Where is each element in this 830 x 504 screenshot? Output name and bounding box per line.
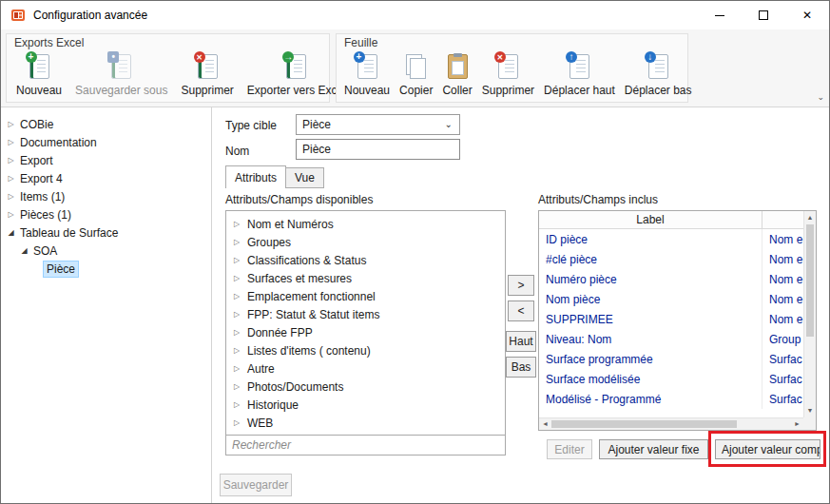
close-button[interactable]: ✕ [785,1,829,29]
column-header-category[interactable] [762,211,803,228]
maximize-button[interactable] [742,1,785,29]
horizontal-scrollbar[interactable]: ◄ ► [539,417,803,430]
scroll-right-icon[interactable]: ► [794,418,801,430]
table-row[interactable]: Surface programmée Surfac [539,349,803,369]
table-row[interactable]: SUPPRIMEE Nom e [539,309,803,329]
expander-collapsed-icon[interactable]: ▷ [234,418,247,427]
search-input[interactable] [225,435,506,456]
deplacer-haut-button[interactable]: Déplacer haut [539,51,620,100]
expander-collapsed-icon[interactable]: ▷ [5,174,17,183]
expander-collapsed-icon[interactable]: ▷ [5,156,17,165]
deplacer-bas-button[interactable]: Déplacer bas [620,51,697,100]
expander-collapsed-icon[interactable]: ▷ [234,220,247,228]
table-row[interactable]: Surface modélisée Surfac [539,369,803,389]
expander-collapsed-icon[interactable]: ▷ [5,138,17,146]
vertical-scrollbar[interactable]: ▲ ▼ [803,211,816,417]
expander-collapsed-icon[interactable]: ▷ [5,120,17,128]
feuille-copier-button[interactable]: Copier [395,51,437,100]
move-down-button[interactable]: Bas [506,357,536,378]
expander-collapsed-icon[interactable]: ▷ [234,382,247,391]
sauvegarder-button[interactable]: Sauvegarder [220,474,292,496]
available-item-listes-items[interactable]: ▷ Listes d'items ( contenu) [226,341,505,359]
expander-collapsed-icon[interactable]: ▷ [234,364,247,373]
sidebar-item-export[interactable]: ▷ Export [1,151,211,169]
toolbar-group-exports-excel: Exports Excel Nouveau Sauvegarder sous S… [6,33,330,103]
expander-collapsed-icon[interactable]: ▷ [234,238,247,246]
scroll-left-icon[interactable]: ◄ [542,418,549,430]
expander-collapsed-icon[interactable]: ▷ [234,400,247,409]
table-row[interactable]: Modélisé - Programmé Surfac [539,389,803,409]
ajouter-valeur-fixe-button[interactable]: Ajouter valeur fixe [599,439,708,459]
scrollbar-thumb[interactable] [551,420,737,428]
move-left-button[interactable]: < [508,300,534,321]
available-item-classifications[interactable]: ▷ Classifications & Status [226,251,505,269]
nom-label: Nom [225,145,249,158]
expander-expanded-icon[interactable]: ◢ [18,246,30,255]
scroll-up-icon[interactable]: ▲ [804,213,816,223]
sidebar-item-piece[interactable]: Pièce [1,260,211,278]
available-item-autre[interactable]: ▷ Autre [226,359,505,378]
tab-attributs[interactable]: Attributs [225,165,286,188]
expander-collapsed-icon[interactable]: ▷ [234,274,247,282]
tab-vue[interactable]: Vue [285,167,324,188]
move-up-icon [569,54,589,79]
delete-badge-icon [194,51,205,63]
move-right-button[interactable]: > [508,275,534,296]
paste-icon [448,54,468,79]
table-header: Label [539,211,803,229]
sidebar-item-items[interactable]: ▷ Items (1) [1,187,211,205]
expander-collapsed-icon[interactable]: ▷ [234,256,247,264]
excel-export-icon [286,54,306,79]
sheet-new-icon [357,54,377,79]
expander-collapsed-icon[interactable]: ▷ [5,192,17,201]
table-row[interactable]: Nom pièce Nom e [539,289,803,309]
available-item-donnee-fpp[interactable]: ▷ Donnée FPP [226,323,505,341]
expander-expanded-icon[interactable]: ◢ [5,228,17,237]
feuille-coller-button[interactable]: Coller [437,51,476,100]
sidebar-item-pieces[interactable]: ▷ Pièces (1) [1,205,211,223]
available-item-surfaces[interactable]: ▷ Surfaces et mesures [226,269,505,287]
sidebar-item-documentation[interactable]: ▷ Documentation [1,133,211,151]
expander-collapsed-icon[interactable]: ▷ [234,310,247,319]
editer-button[interactable]: Editer [547,439,592,459]
nom-field[interactable] [296,139,460,160]
expander-collapsed-icon[interactable]: ▷ [234,346,247,355]
table-row[interactable]: #clé pièce Nom e [539,249,803,269]
scrollbar-thumb[interactable] [806,224,814,337]
available-item-historique[interactable]: ▷ Historique [226,396,505,414]
up-badge-icon [566,51,577,63]
table-row[interactable]: Niveau: Nom Group [539,329,803,349]
sidebar-item-tableau-de-surface[interactable]: ◢ Tableau de Surface [1,223,211,242]
available-item-emplacement[interactable]: ▷ Emplacement fonctionnel [226,287,505,305]
expander-collapsed-icon[interactable]: ▷ [5,210,17,219]
type-cible-label: Type cible [225,119,277,132]
sidebar-item-export-4[interactable]: ▷ Export 4 [1,169,211,187]
table-row[interactable]: Numéro pièce Nom e [539,269,803,289]
sidebar-item-cobie[interactable]: ▷ COBie [1,115,211,133]
group-label: Feuille [344,36,377,49]
feuille-nouveau-button[interactable]: Nouveau [339,51,395,100]
toolbar-overflow-icon[interactable]: ⌄ [817,92,824,102]
available-item-photos-documents[interactable]: ▷ Photos/Documents [226,378,505,396]
minimize-button[interactable] [698,1,742,29]
sidebar-item-soa[interactable]: ◢ SOA [1,242,211,260]
expander-collapsed-icon[interactable]: ▷ [234,292,247,300]
available-item-groupes[interactable]: ▷ Groupes [226,233,505,251]
excel-sauvegarder-sous-button[interactable]: Sauvegarder sous [68,51,174,100]
feuille-supprimer-button[interactable]: Supprimer [477,51,539,100]
expander-collapsed-icon[interactable]: ▷ [234,328,247,337]
type-cible-select[interactable]: Pièce ⌄ [296,114,460,135]
available-item-web[interactable]: ▷ WEB [226,414,505,432]
excel-supprimer-button[interactable]: Supprimer [174,51,240,100]
scroll-down-icon[interactable]: ▼ [804,406,816,416]
column-header-label[interactable]: Label [539,211,762,228]
table-row[interactable]: ID pièce Nom e [539,229,803,249]
excel-nouveau-button[interactable]: Nouveau [10,51,68,100]
close-icon: ✕ [802,9,812,22]
move-up-button[interactable]: Haut [506,331,536,352]
available-item-fpp-statut[interactable]: ▷ FPP: Statut & Statut items [226,305,505,323]
ajouter-valeur-comp-button[interactable]: Ajouter valeur comp [715,439,820,459]
app-icon [10,8,26,23]
minimize-icon [715,15,724,16]
available-item-nom-et-numeros[interactable]: ▷ Nom et Numéros [226,215,505,233]
